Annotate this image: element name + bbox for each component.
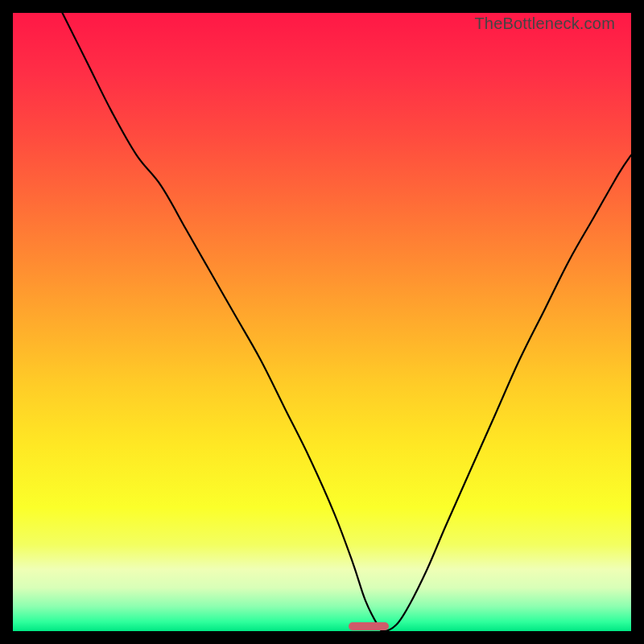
curve-path [62,13,631,631]
optimal-marker [349,622,389,630]
chart-frame: TheBottleneck.com [0,0,644,644]
plot-area: TheBottleneck.com [13,13,631,631]
bottleneck-curve [13,13,631,631]
